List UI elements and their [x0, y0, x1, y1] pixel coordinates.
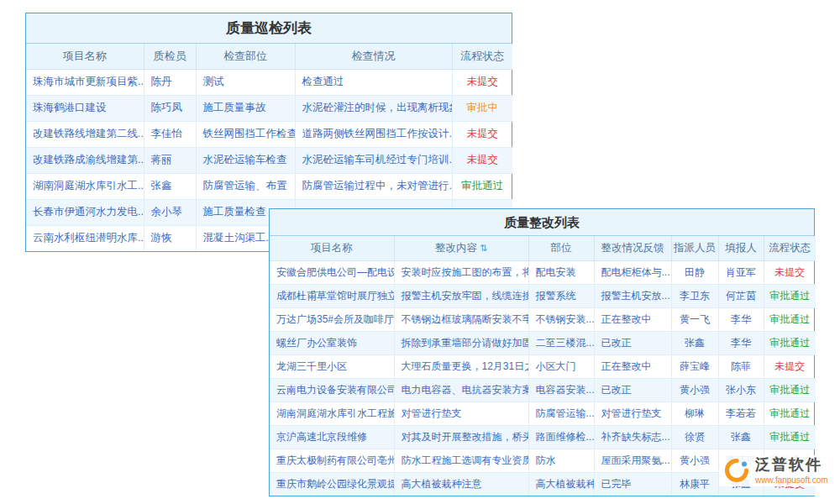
cell: 水泥砼运输车检查: [196, 147, 295, 173]
project-name-cell[interactable]: 湖南洞庭湖水库引水工...: [26, 173, 144, 199]
cell: 施工质量事故: [196, 95, 295, 121]
cell: 大理石质量更换，12月31日之...: [394, 354, 528, 378]
cell: 报警系统: [528, 284, 594, 307]
cell: 黄一飞: [671, 307, 718, 331]
cell: 田静: [671, 260, 718, 284]
table-row[interactable]: 改建铁路成渝线增建第...蒋丽水泥砼运输车检查水泥砼运输车司机经过专门培训...…: [26, 147, 512, 173]
status-cell: 审批通过: [764, 331, 816, 354]
project-name-cell[interactable]: 龙湖三千里小区: [270, 354, 394, 378]
table-row[interactable]: 湖南洞庭湖水库引水工程施工...对管进行垫支防腐管运输...对管进行垫支柳琳李若…: [270, 402, 816, 425]
column-header-label: 流程状态: [769, 242, 811, 254]
cell: 防腐管运输、布置: [196, 173, 295, 199]
column-header-label: 填报人: [725, 242, 757, 254]
cell: 李华: [718, 307, 764, 331]
cell: 李卫东: [671, 284, 718, 307]
column-header-label: 质检员: [154, 50, 186, 62]
status-cell: 审批通过: [764, 307, 816, 331]
cell: 张鑫: [718, 425, 764, 449]
column-header-label: 检查部位: [223, 50, 267, 62]
column-header[interactable]: 流程状态: [764, 236, 816, 260]
project-name-cell[interactable]: 万达广场35#会所及咖啡厅空...: [270, 307, 394, 331]
status-cell: 未提交: [452, 147, 512, 173]
status-cell: 未提交: [452, 121, 512, 147]
table-row[interactable]: 京沪高速北京段维修对其及时开展整改措施，桥头...路面维修检...补齐缺失标志.…: [270, 425, 816, 449]
cell: 张鑫: [144, 173, 196, 199]
table-row[interactable]: 湖南洞庭湖水库引水工...张鑫防腐管运输、布置防腐管运输过程中，未对管进行...…: [26, 173, 512, 199]
cell: 对管进行垫支: [594, 402, 671, 425]
cell: 高大植被栽种: [528, 472, 594, 496]
column-header[interactable]: 整改内容⇅: [394, 236, 528, 260]
column-header-label: 指派人员: [674, 242, 716, 254]
cell: 道路两侧铁丝网围挡工作按设计...: [295, 121, 452, 147]
cell: 小区大门: [528, 354, 594, 378]
project-name-cell[interactable]: 长春市伊通河水力发电...: [26, 199, 144, 225]
inspection-table-title: 质量巡检列表: [26, 13, 512, 44]
fanpu-logo-brand: 泛普软件: [755, 457, 828, 474]
cell: 已完毕: [594, 472, 671, 496]
cell: 配电柜柜体与...: [594, 260, 671, 284]
cell: 黄小强: [671, 449, 718, 472]
fanpu-logo: 泛普软件 www.fanpusoft.com: [719, 455, 833, 486]
cell: 已改正: [594, 331, 671, 354]
table-row[interactable]: 珠海鹤港口建设陈巧凤施工质量事故水泥砼灌注的时候，出现离析现象审批中: [26, 95, 512, 121]
cell: 电力电容器、电抗器安装方案,...: [394, 378, 528, 402]
cell: 对管进行垫支: [394, 402, 528, 425]
table-row[interactable]: 安徽合肥供电公司—配电设备...安装时应按施工图的布置，将...配电安装配电柜柜…: [270, 260, 816, 284]
cell: 铁丝网围挡工作检查: [196, 121, 295, 147]
column-header[interactable]: 流程状态: [452, 44, 512, 69]
project-name-cell[interactable]: 安徽合肥供电公司—配电设备...: [270, 260, 394, 284]
column-header-label: 流程状态: [460, 50, 504, 62]
cell: 对其及时开展整改措施，桥头...: [394, 425, 528, 449]
table-row[interactable]: 成都杜甫草堂馆时展厅独立展...报警主机安放牢固，线缆连接...报警系统报警主机…: [270, 284, 816, 307]
column-header[interactable]: 填报人: [718, 236, 764, 260]
status-cell: 审批通过: [452, 173, 512, 199]
column-header[interactable]: 整改情况反馈: [594, 236, 671, 260]
column-header[interactable]: 指派人员: [671, 236, 718, 260]
inspection-header-row: 项目名称质检员检查部位检查情况流程状态: [26, 44, 512, 69]
status-cell: 审批中: [452, 95, 512, 121]
sort-icon[interactable]: ⇅: [480, 243, 487, 253]
column-header-label: 项目名称: [311, 242, 353, 254]
project-name-cell[interactable]: 改建铁路成渝线增建第...: [26, 147, 144, 173]
table-row[interactable]: 云南电力设备安装有限公司20...电力电容器、电抗器安装方案,...电容器安装.…: [270, 378, 816, 402]
project-name-cell[interactable]: 珠海鹤港口建设: [26, 95, 144, 121]
project-name-cell[interactable]: 成都杜甫草堂馆时展厅独立展...: [270, 284, 394, 307]
cell: 不锈钢边框玻璃隔断安装不牢...: [394, 307, 528, 331]
cell: 张小东: [718, 378, 764, 402]
column-header[interactable]: 质检员: [144, 44, 196, 69]
column-header[interactable]: 检查情况: [295, 44, 452, 69]
table-row[interactable]: 万达广场35#会所及咖啡厅空...不锈钢边框玻璃隔断安装不牢...不锈钢安装..…: [270, 307, 816, 331]
cell: 高大植被栽种注意: [394, 472, 528, 496]
cell: 张鑫: [671, 331, 718, 354]
project-name-cell[interactable]: 珠海市城市更新项目紫...: [26, 69, 144, 95]
project-name-cell[interactable]: 改建铁路线增建第二线...: [26, 121, 144, 147]
table-row[interactable]: 龙湖三千里小区大理石质量更换，12月31日之...小区大门正在整改中薛宝峰陈菲未…: [270, 354, 816, 378]
cell: 游恢: [144, 225, 196, 251]
project-name-cell[interactable]: 云南水利枢纽潜明水库...: [26, 225, 144, 251]
column-header[interactable]: 部位: [528, 236, 594, 260]
cell: 测试: [196, 69, 295, 95]
column-header[interactable]: 检查部位: [196, 44, 295, 69]
project-name-cell[interactable]: 螺丝厂办公室装饰: [270, 331, 394, 354]
project-name-cell[interactable]: 云南电力设备安装有限公司20...: [270, 378, 394, 402]
project-name-cell[interactable]: 湖南洞庭湖水库引水工程施工...: [270, 402, 394, 425]
cell: 已改正: [594, 378, 671, 402]
cell: 陈丹: [144, 69, 196, 95]
table-row[interactable]: 改建铁路线增建第二线...李佳怡铁丝网围挡工作检查道路两侧铁丝网围挡工作按设计.…: [26, 121, 512, 147]
status-cell: 审批通过: [764, 284, 816, 307]
fanpu-logo-website[interactable]: www.fanpusoft.com: [755, 475, 828, 485]
cell: 防水工程施工选调有专业资质...: [394, 449, 528, 472]
table-row[interactable]: 珠海市城市更新项目紫...陈丹测试检查通过未提交: [26, 69, 512, 95]
project-name-cell[interactable]: 重庆市鹅岭公园绿化景观提升...: [270, 472, 394, 496]
cell: 检查通过: [295, 69, 452, 95]
project-name-cell[interactable]: 京沪高速北京段维修: [270, 425, 394, 449]
column-header[interactable]: 项目名称: [270, 236, 394, 260]
project-name-cell[interactable]: 重庆太极制药有限公司亳州中...: [270, 449, 394, 472]
table-row[interactable]: 螺丝厂办公室装饰拆除到承重墙部分请做好加固...二至三楼混...已改正张鑫李华审…: [270, 331, 816, 354]
column-header[interactable]: 项目名称: [26, 44, 144, 69]
cell: 李若若: [718, 402, 764, 425]
cell: 水泥砼灌注的时候，出现离析现象: [295, 95, 452, 121]
cell: 路面维修检...: [528, 425, 594, 449]
cell: 二至三楼混...: [528, 331, 594, 354]
cell: 李佳怡: [144, 121, 196, 147]
